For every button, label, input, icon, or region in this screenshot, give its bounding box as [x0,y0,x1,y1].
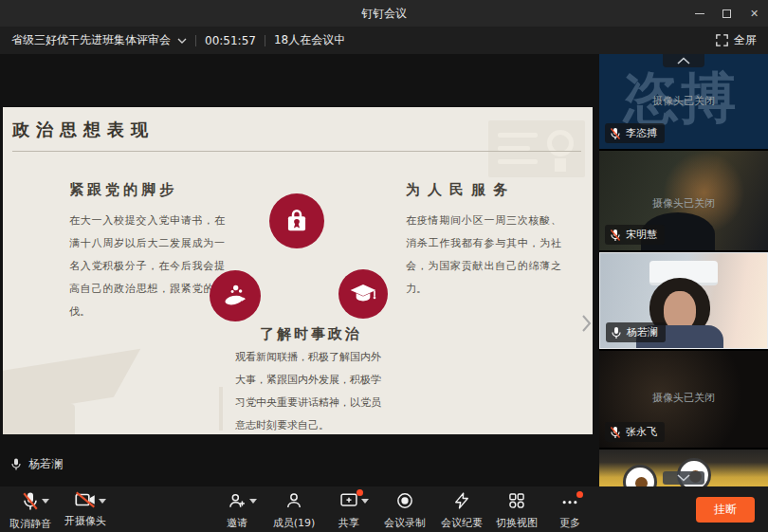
mic-muted-icon [22,491,39,511]
caret-icon [361,499,369,504]
video-tile[interactable]: 恣搏 摄像头已关闭 李恣搏 [599,54,768,149]
slide-title-block: 政治思想表现 [12,119,581,152]
caret-icon [249,499,257,504]
video-tile[interactable]: 摄像头已关闭 宋明慧 [599,151,768,250]
camera-off-icon [75,491,96,508]
caret-icon [42,499,49,504]
mic-muted-icon [610,229,621,242]
participant-name: 宋明慧 [626,228,657,242]
section-heading: 了解时事政治 [260,325,362,343]
participant-sidebar: 恣搏 摄像头已关闭 李恣搏 摄像头已关闭 [599,54,768,486]
record-icon [395,491,414,510]
switch-view-button[interactable]: 切换视图 [486,491,547,530]
next-slide-arrow[interactable] [576,306,595,340]
maximize-button[interactable] [713,0,741,27]
section-heading: 为人民服务 [406,181,561,199]
mic-muted-icon [610,426,621,439]
shared-screen-stage: 政治思想表现 紧跟党的脚步 在大一入校提交入党申请书，在满十八周岁以后大二发展成… [0,54,599,486]
participant-name: 杨若澜 [627,325,658,339]
slide-section-right: 为人民服务 在疫情期间小区一周三次核酸、消杀工作我都有参与其中，为社会，为国家贡… [406,181,561,301]
slide-title: 政治思想表现 [12,119,155,139]
graduation-cap-icon [348,279,378,309]
hand-giving-icon [220,281,250,311]
participant-name-badge: 李恣搏 [605,123,665,143]
title-bar: 钉钉会议 ✕ [0,0,768,27]
camera-on-button[interactable]: 开摄像头 [55,491,116,528]
close-button[interactable]: ✕ [741,0,768,27]
scroll-up-button[interactable] [663,54,704,67]
participant-name: 李恣搏 [626,126,657,140]
chevron-down-icon [677,474,690,482]
participant-name: 张永飞 [626,425,657,439]
record-button[interactable]: 会议录制 [375,491,435,530]
badge-circle [269,193,324,248]
presentation-slide: 政治思想表现 紧跟党的脚步 在大一入校提交入党申请书，在满十八周岁以后大二发展成… [3,107,593,434]
mic-on-icon [10,457,22,471]
unmute-button[interactable]: 取消静音 [0,491,61,531]
mic-muted-icon [610,127,621,140]
maximize-icon [722,9,731,18]
invite-button[interactable]: 邀请 [207,491,267,530]
minimize-button[interactable] [686,0,713,27]
minutes-button[interactable]: 会议纪要 [431,491,492,530]
camera-off-text: 摄像头已关闭 [599,196,768,211]
participant-name-badge: 杨若澜 [606,322,666,342]
more-button[interactable]: 更多 [539,491,600,530]
members-button[interactable]: 成员(19) [264,491,324,530]
window-title: 钉钉会议 [0,0,768,27]
section-heading: 紧跟党的脚步 [69,181,225,199]
hangup-button[interactable]: 挂断 [696,497,755,523]
scroll-down-button[interactable] [663,471,704,485]
slide-section-left: 紧跟党的脚步 在大一入校提交入党申请书，在满十八周岁以后大二发展成为一名入党积极… [69,181,225,323]
notification-dot [357,489,363,496]
participant-name-badge: 张永飞 [605,422,665,442]
meeting-toolbar: 取消静音 开摄像头 [0,486,768,532]
participant-count: 18人在会议中 [274,32,345,48]
separator [195,35,196,46]
fullscreen-label: 全屏 [734,32,757,48]
fullscreen-button[interactable]: 全屏 [716,27,757,54]
notification-dot [576,491,583,498]
close-icon: ✕ [750,8,759,20]
meeting-info-bar: 省级三好优干先进班集体评审会 00:51:57 18人在会议中 全屏 [0,27,768,54]
section-body: 在大一入校提交入党申请书，在满十八周岁以后大二发展成为一名入党积极分子，在今后我… [69,210,225,323]
chevron-right-icon [581,314,592,333]
caret-icon [99,499,106,504]
section-body: 在疫情期间小区一周三次核酸、消杀工作我都有参与其中，为社会，为国家贡献出自己的绵… [406,210,561,301]
chevron-down-icon [177,38,187,44]
grid-view-icon [507,491,526,510]
dingtalk-meeting-window: 钉钉会议 ✕ 省级三好优干先进班集体评审会 00:51:57 18人在会议中 全… [0,0,768,532]
participant-name-badge: 宋明慧 [605,225,665,245]
active-speaker-name: 杨若澜 [28,456,63,472]
active-speaker-label: 杨若澜 [10,456,63,472]
flash-icon [452,491,471,510]
camera-off-text: 摄像头已关闭 [599,94,768,108]
chevron-up-icon [677,57,690,64]
person-add-icon [228,491,247,510]
camera-off-text: 摄像头已关闭 [599,391,768,405]
window-controls: ✕ [686,0,768,27]
meeting-timer: 00:51:57 [205,34,256,47]
separator [265,35,265,46]
graduation-circle [338,269,388,319]
section-body: 观看新闻联播，积极了解国内外大事，紧跟国内外发展，积极学习党中央重要讲话精神，以… [235,346,391,434]
minimize-icon [695,13,704,14]
person-icon [284,491,303,510]
cartoon-eye [623,465,657,486]
mic-on-icon [611,326,622,339]
share-screen-button[interactable]: 共享 [319,491,379,530]
meeting-name: 省级三好优干先进班集体评审会 [11,32,171,48]
meeting-name-dropdown[interactable]: 省级三好优干先进班集体评审会 [11,32,187,48]
video-tile[interactable]: 摄像头已关闭 张永飞 [599,351,768,448]
fullscreen-icon [716,34,728,46]
giving-hand-circle [210,270,261,321]
video-tile-active[interactable]: 杨若澜 [599,252,768,349]
share-screen-icon [339,491,358,510]
briefcase-medal-icon [281,205,313,237]
